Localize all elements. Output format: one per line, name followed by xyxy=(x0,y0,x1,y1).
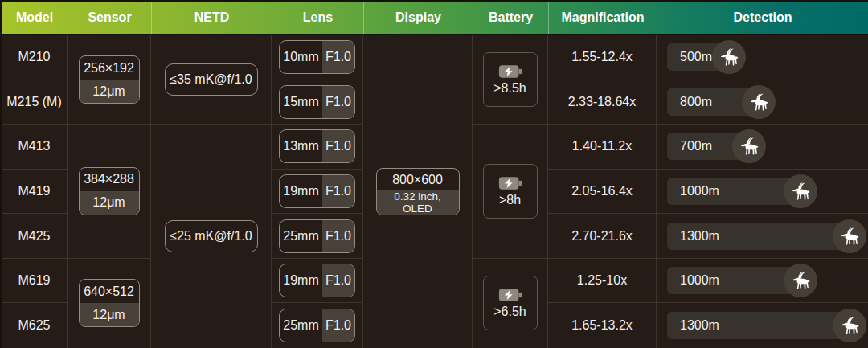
magnification-cell: 1.25-10x xyxy=(548,259,657,304)
lens-focal-length: 10mm xyxy=(280,41,322,73)
detection-range: 1300m xyxy=(667,229,719,244)
detection-cell: 500m xyxy=(657,35,868,80)
deer-icon xyxy=(790,182,812,201)
lens-focal-length: 19mm xyxy=(280,264,322,297)
deer-icon-circle xyxy=(712,40,746,74)
battery-box: >8h xyxy=(483,164,538,219)
lens-cell: 13mm F1.0 xyxy=(272,125,363,170)
battery-box: >8.5h xyxy=(483,52,538,107)
header-netd: NETD xyxy=(151,2,272,34)
deer-icon-circle xyxy=(742,85,776,119)
model-cell: M425 xyxy=(2,214,68,259)
magnification-cell: 2.05-16.4x xyxy=(548,170,657,215)
detection-range-bar: 700m xyxy=(667,133,763,160)
battery-life: >8.5h xyxy=(493,81,526,96)
detection-range-bar: 1300m xyxy=(667,223,863,250)
lens-aperture: F1.0 xyxy=(322,130,354,162)
lens-aperture: F1.0 xyxy=(322,220,354,252)
lens-focal-length: 25mm xyxy=(280,220,322,252)
detection-range: 700m xyxy=(667,139,712,154)
lens-focal-length: 19mm xyxy=(280,175,322,207)
detection-range: 500m xyxy=(667,50,712,64)
deer-icon-circle xyxy=(732,129,766,163)
battery-life: >8h xyxy=(499,193,521,207)
model-cell: M625 xyxy=(2,303,68,348)
lens-cell: 19mm F1.0 xyxy=(272,259,363,304)
magnification-cell: 1.55-12.4x xyxy=(548,35,657,80)
detection-cell: 1000m xyxy=(657,170,868,215)
battery-life: >6.5h xyxy=(493,305,526,319)
detection-range-bar: 1300m xyxy=(667,312,863,339)
detection-range-bar: 500m xyxy=(667,43,743,71)
lens-aperture: F1.0 xyxy=(322,264,354,297)
detection-range-bar: 800m xyxy=(667,88,772,116)
model-cell: M419 xyxy=(2,170,68,215)
lens-cell: 10mm F1.0 xyxy=(272,35,363,80)
lens-cell: 25mm F1.0 xyxy=(272,214,363,259)
lens-spec-box: 25mm F1.0 xyxy=(279,309,355,342)
sensor-resolution: 384×288 xyxy=(80,168,139,191)
header-display: Display xyxy=(363,2,473,34)
header-magnification: Magnification xyxy=(548,2,657,34)
lens-focal-length: 25mm xyxy=(280,309,322,342)
battery-cell: >6.5h xyxy=(473,259,548,348)
sensor-pixel-pitch: 12μm xyxy=(80,191,139,215)
battery-charging-icon xyxy=(498,287,522,303)
model-cell: M413 xyxy=(2,125,68,170)
spec-comparison-table: Model Sensor NETD Lens Display Battery M… xyxy=(0,0,868,348)
detection-cell: 1300m xyxy=(657,214,868,259)
battery-charging-icon xyxy=(498,175,522,191)
detection-range-bar: 1000m xyxy=(667,267,814,294)
sensor-cell: 640×512 12μm xyxy=(68,259,151,348)
magnification-cell: 2.70-21.6x xyxy=(548,214,657,259)
magnification-cell: 1.40-11.2x xyxy=(548,125,657,170)
header-detection: Detection xyxy=(657,2,868,34)
lens-cell: 19mm F1.0 xyxy=(272,170,363,215)
deer-icon xyxy=(790,271,812,290)
model-cell: M619 xyxy=(2,259,68,304)
lens-spec-box: 13mm F1.0 xyxy=(279,129,355,163)
netd-value-box: ≤35 mK@f/1.0 xyxy=(165,63,258,96)
deer-icon-circle xyxy=(833,219,866,253)
sensor-cell: 384×288 12μm xyxy=(68,125,151,259)
battery-cell: >8h xyxy=(473,125,548,259)
display-resolution: 800×600 xyxy=(377,169,459,190)
battery-cell: >8.5h xyxy=(473,35,548,125)
detection-range-bar: 1000m xyxy=(667,178,814,205)
magnification-cell: 1.65-13.2x xyxy=(548,303,657,348)
sensor-pixel-pitch: 12μm xyxy=(80,303,139,326)
detection-cell: 1000m xyxy=(657,259,868,304)
header-battery: Battery xyxy=(473,2,548,34)
deer-icon xyxy=(748,92,770,112)
lens-spec-box: 15mm F1.0 xyxy=(279,85,355,119)
netd-cell: ≤35 mK@f/1.0 xyxy=(151,35,272,125)
netd-cell: ≤25 mK@f/1.0 xyxy=(151,125,272,348)
battery-charging-icon xyxy=(498,63,522,80)
deer-icon xyxy=(739,137,760,156)
detection-range: 800m xyxy=(667,95,712,109)
detection-range: 1000m xyxy=(667,273,719,288)
table-header-row: Model Sensor NETD Lens Display Battery M… xyxy=(2,2,868,35)
lens-aperture: F1.0 xyxy=(322,41,354,73)
lens-spec-box: 10mm F1.0 xyxy=(279,40,355,74)
lens-spec-box: 19mm F1.0 xyxy=(279,174,355,208)
deer-icon xyxy=(839,227,861,246)
sensor-spec-box: 640×512 12μm xyxy=(79,279,140,327)
battery-box: >6.5h xyxy=(483,276,538,330)
magnification-cell: 2.33-18.64x xyxy=(548,80,657,125)
lens-focal-length: 15mm xyxy=(280,86,322,118)
netd-value-box: ≤25 mK@f/1.0 xyxy=(165,220,258,252)
lens-aperture: F1.0 xyxy=(322,309,354,342)
header-lens: Lens xyxy=(272,2,363,34)
header-sensor: Sensor xyxy=(68,2,151,34)
deer-icon-circle xyxy=(784,264,817,297)
sensor-spec-box: 256×192 12μm xyxy=(79,55,140,104)
sensor-resolution: 640×512 xyxy=(80,280,139,303)
sensor-spec-box: 384×288 12μm xyxy=(79,167,140,215)
detection-cell: 700m xyxy=(657,125,868,170)
deer-icon xyxy=(719,47,740,67)
detection-cell: 1300m xyxy=(657,303,868,348)
detection-cell: 800m xyxy=(657,80,868,125)
detection-range: 1300m xyxy=(667,318,719,333)
detection-range: 1000m xyxy=(667,184,719,199)
